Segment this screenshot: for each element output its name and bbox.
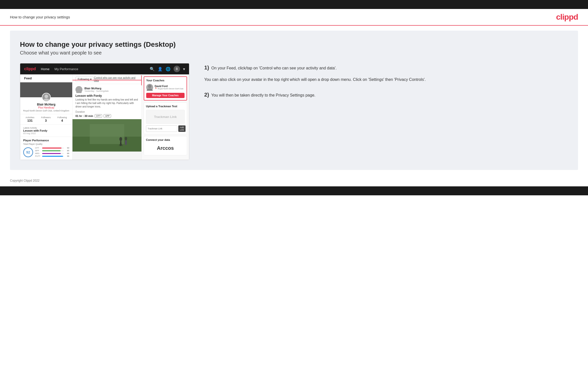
svg-point-13	[148, 85, 151, 88]
svg-point-7	[119, 137, 122, 141]
search-icon[interactable]: 🔍	[150, 67, 155, 71]
post-description: Looking to feel like my hands are exitin…	[72, 98, 141, 109]
notification-icon[interactable]: 🌐	[166, 67, 171, 71]
app-logo: clippd	[24, 67, 36, 71]
post-duration-label: Duration	[72, 109, 141, 114]
profile-name: Blair McHarg	[22, 103, 70, 106]
pq-bar-ott: OTT 90	[35, 147, 69, 149]
trackman-section: Upload a Trackman Test Trackman Link Add…	[144, 103, 187, 134]
profile-bg	[20, 82, 72, 97]
nav-icons: 🔍 👤 🌐 B ▾	[150, 66, 185, 72]
header-title: How to change your privacy settings	[10, 15, 70, 19]
arccos-brand: Arccos	[146, 143, 185, 153]
pq-bar-putt: PUTT 96	[35, 155, 69, 157]
profile-club: Royal North Devon Golf Club, United King…	[22, 109, 70, 112]
instruction-1-text: 1) On your Feed, click/tap on 'Control w…	[204, 63, 568, 72]
profile-handicap: Plus Handicap	[22, 106, 70, 109]
coach-info: David Ford 📍 Royal North Devon Golf Club	[155, 85, 183, 90]
svg-point-14	[147, 89, 153, 91]
connect-title: Connect your data	[146, 138, 185, 141]
stat-following: Following 4	[57, 116, 67, 122]
player-performance: Player Performance Total Player Quality …	[20, 137, 72, 160]
page-subtitle: Choose what you want people to see	[20, 50, 568, 56]
location-icon: 📍	[155, 88, 157, 90]
manage-coaches-button[interactable]: Manage Your Coaches	[146, 93, 185, 98]
pq-score: 92	[23, 147, 33, 157]
user-icon[interactable]: 👤	[158, 67, 163, 71]
pq-bar-arg: ARG 86	[35, 152, 69, 155]
page-title: How to change your privacy settings (Des…	[20, 41, 568, 49]
coach-club: 📍 Royal North Devon Golf Club	[155, 88, 183, 90]
clippd-logo: clippd	[556, 12, 578, 22]
coaches-title: Your Coaches	[146, 79, 185, 82]
coach-row: David Ford 📍 Royal North Devon Golf Club	[146, 84, 185, 91]
app-navbar: clippd Home My Performance 🔍 👤 🌐 B ▾	[20, 63, 189, 74]
app-ui: clippd Home My Performance 🔍 👤 🌐 B ▾ Fee…	[20, 63, 189, 160]
duration-value: 01 hr : 30 min	[75, 114, 93, 117]
main-content: How to change your privacy settings (Des…	[10, 31, 578, 170]
avatar[interactable]: B	[174, 66, 180, 72]
post-user-info: Blair McHarg Yesterday · Sunningdale	[84, 87, 109, 92]
add-link-button[interactable]: Add Link	[178, 125, 186, 132]
center-feed: Following ▾ Control who can see your act…	[72, 74, 142, 160]
connect-section: Connect your data Arccos	[144, 136, 187, 155]
app-screenshot: clippd Home My Performance 🔍 👤 🌐 B ▾ Fee…	[20, 63, 568, 160]
pq-bars: OTT 90 APP 85 ARG	[35, 147, 69, 158]
coach-avatar	[146, 84, 153, 91]
copyright: Copyright Clippd 2022	[10, 179, 40, 182]
chevron-down-icon: ▾	[90, 78, 92, 81]
trackman-title: Upload a Trackman Test	[146, 105, 185, 108]
latest-activity: Latest Activity Lesson with Fordy 03 Aug…	[20, 125, 72, 137]
svg-point-2	[77, 87, 80, 90]
svg-rect-6	[90, 124, 124, 144]
post-card: Blair McHarg Yesterday · Sunningdale Les…	[72, 84, 141, 152]
left-panel: Feed Blair McHarg Plus Handicap Royal No…	[20, 74, 72, 160]
svg-point-0	[44, 95, 48, 98]
trackman-input-row: Add Link	[146, 125, 185, 132]
right-panel: Your Coaches David Ford 📍 Royal North De…	[142, 74, 189, 160]
app-body: Feed Blair McHarg Plus Handicap Royal No…	[20, 74, 189, 160]
chevron-down-icon[interactable]: ▾	[183, 67, 185, 71]
nav-home[interactable]: Home	[41, 67, 50, 71]
pq-bar-app: APP 85	[35, 150, 69, 152]
stat-activities: Activities 131	[25, 116, 34, 122]
post-header: Blair McHarg Yesterday · Sunningdale	[72, 84, 141, 94]
svg-point-3	[76, 91, 82, 93]
control-privacy-link[interactable]: Control who can see your activity and da…	[94, 76, 138, 82]
profile-stats: Activities 131 Followers 3 Following 4	[20, 114, 72, 125]
tag-ott: OTT	[95, 114, 102, 118]
instructions-panel: 1) On your Feed, click/tap on 'Control w…	[199, 63, 568, 106]
instruction-1: 1) On your Feed, click/tap on 'Control w…	[204, 63, 568, 83]
tag-app: APP	[104, 114, 111, 118]
feed-tab[interactable]: Feed	[20, 74, 72, 82]
footer: Copyright Clippd 2022	[0, 175, 588, 186]
header: How to change your privacy settings clip…	[0, 9, 588, 26]
following-button[interactable]: Following ▾	[75, 77, 94, 82]
instruction-2: 2) You will then be taken directly to th…	[204, 90, 568, 99]
profile-avatar	[42, 93, 51, 102]
duration-tags: 01 hr : 30 min OTT APP	[72, 114, 141, 119]
pq-row: 92 OTT 90 APP 85	[23, 147, 69, 158]
post-title: Lesson with Fordy	[72, 94, 141, 98]
svg-point-11	[125, 137, 127, 140]
trackman-placeholder: Trackman Link	[146, 110, 185, 124]
feed-header: Following ▾ Control who can see your act…	[72, 74, 141, 84]
trackman-link-input[interactable]	[146, 125, 177, 132]
top-bar	[0, 0, 588, 9]
bottom-bar	[0, 186, 588, 195]
nav-my-performance[interactable]: My Performance	[55, 67, 78, 71]
post-avatar	[75, 86, 82, 93]
stat-followers: Followers 3	[41, 116, 51, 122]
instruction-2-text: 2) You will then be taken directly to th…	[204, 90, 568, 99]
svg-rect-12	[125, 140, 127, 145]
coaches-section: Your Coaches David Ford 📍 Royal North De…	[144, 76, 187, 101]
instruction-1-extra: You can also click on your avatar in the…	[204, 76, 568, 83]
post-image	[72, 119, 141, 152]
